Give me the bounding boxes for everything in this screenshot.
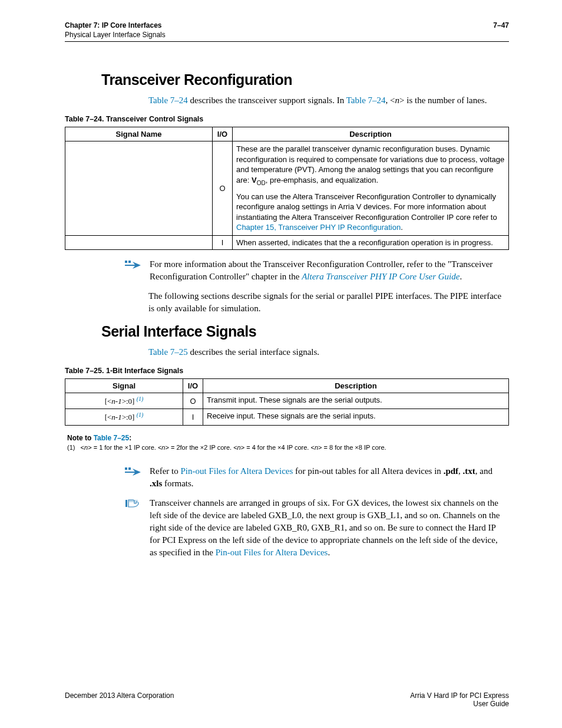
table-note-body: (1) <n> = 1 for the ×1 IP core. <n> = 2f… xyxy=(67,444,509,451)
table-header-row: Signal I/O Description xyxy=(65,378,509,393)
footnote-link[interactable]: (1) xyxy=(137,411,144,418)
section2-intro: Table 7–25 describes the serial interfac… xyxy=(148,346,503,358)
table-row: O These are the parallel transceiver dyn… xyxy=(65,141,509,236)
hand-icon xyxy=(124,497,141,509)
section1-intro: Table 7–24 describes the transceiver sup… xyxy=(148,94,503,107)
svg-rect-0 xyxy=(125,261,127,263)
cell-io: O xyxy=(213,141,233,236)
cell-io: I xyxy=(183,409,203,425)
table-row: [<n-1>:0] (1) O Transmit input. These si… xyxy=(65,393,509,409)
page-number: 7–47 xyxy=(493,21,509,29)
svg-rect-2 xyxy=(125,467,127,470)
note-text: For more information about the Transceiv… xyxy=(150,258,503,283)
note-text: Transceiver channels are arranged in gro… xyxy=(150,497,503,559)
footer-right: Arria V Hard IP for PCI Express User Gui… xyxy=(410,691,509,708)
footnote-link[interactable]: (1) xyxy=(137,396,144,402)
link-phy-guide[interactable]: Altera Transceiver PHY IP Core User Guid… xyxy=(302,272,459,281)
table-7-24-caption: Table 7–24. Transceiver Control Signals xyxy=(65,115,509,123)
table-note-title: Note to Table 7–25: xyxy=(67,434,509,442)
link-pinout-files[interactable]: Pin-out Files for Altera Devices xyxy=(180,466,293,476)
cell-signal-name xyxy=(65,235,213,249)
pipe-paragraph: The following sections describe signals … xyxy=(148,290,503,315)
table-7-25: Signal I/O Description [<n-1>:0] (1) O T… xyxy=(65,378,509,426)
cell-description: Transmit input. These signals are the se… xyxy=(203,393,509,409)
cell-description: When asserted, indicates that the a reco… xyxy=(233,235,509,249)
th-io: I/O xyxy=(213,127,233,141)
th-signal-name: Signal Name xyxy=(65,127,213,141)
cell-io: O xyxy=(183,393,203,409)
th-signal: Signal xyxy=(65,378,183,393)
th-io: I/O xyxy=(183,378,203,393)
cell-signal-name xyxy=(65,141,213,236)
page-footer: December 2013 Altera Corporation Arria V… xyxy=(65,691,509,708)
header-subtitle: Physical Layer Interface Signals xyxy=(65,31,509,39)
link-table-7-24[interactable]: Table 7–24 xyxy=(148,95,188,105)
link-table-7-25-note[interactable]: Table 7–25 xyxy=(94,434,129,442)
link-table-7-25[interactable]: Table 7–25 xyxy=(148,347,188,357)
link-chapter-15[interactable]: Chapter 15, Transceiver PHY IP Reconfigu… xyxy=(236,223,401,232)
section-title-transceiver: Transceiver Reconfiguration xyxy=(101,71,509,88)
th-description: Description xyxy=(233,127,509,141)
arrow-icon xyxy=(124,465,141,477)
header-rule xyxy=(65,41,509,42)
svg-rect-3 xyxy=(128,467,131,470)
link-table-7-24-b[interactable]: Table 7–24 xyxy=(346,95,386,105)
chapter-title: Chapter 7: IP Core Interfaces xyxy=(65,21,162,29)
cell-description: These are the parallel transceiver dynam… xyxy=(233,141,509,236)
table-row: [<n-1>:0] (1) I Receive input. These sig… xyxy=(65,409,509,425)
cell-io: I xyxy=(213,235,233,249)
table-header-row: Signal Name I/O Description xyxy=(65,127,509,141)
hand-note: Transceiver channels are arranged in gro… xyxy=(124,497,503,559)
table-7-25-caption: Table 7–25. 1-Bit Interface Signals xyxy=(65,367,509,375)
table-row: I When asserted, indicates that the a re… xyxy=(65,235,509,249)
cell-signal: [<n-1>:0] (1) xyxy=(65,393,183,409)
section-title-serial: Serial Interface Signals xyxy=(101,323,509,340)
page-header: Chapter 7: IP Core Interfaces 7–47 xyxy=(65,21,509,29)
svg-rect-4 xyxy=(125,500,127,507)
cell-description: Receive input. These signals are the ser… xyxy=(203,409,509,425)
info-note: For more information about the Transceiv… xyxy=(124,258,503,283)
link-pinout-files-b[interactable]: Pin-out Files for Altera Devices xyxy=(216,548,328,557)
th-description: Description xyxy=(203,378,509,393)
svg-rect-1 xyxy=(128,261,131,263)
info-note: Refer to Pin-out Files for Altera Device… xyxy=(124,465,503,490)
note-text: Refer to Pin-out Files for Altera Device… xyxy=(150,465,503,490)
arrow-icon xyxy=(124,258,141,270)
footer-left: December 2013 Altera Corporation xyxy=(65,691,174,708)
cell-signal: [<n-1>:0] (1) xyxy=(65,409,183,425)
table-7-24: Signal Name I/O Description O These are … xyxy=(65,127,509,250)
